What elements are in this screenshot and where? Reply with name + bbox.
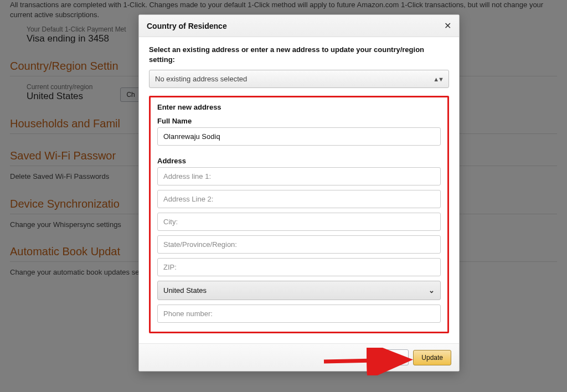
state-input[interactable] xyxy=(157,235,441,254)
zip-input[interactable] xyxy=(157,258,441,276)
country-select-value: United States xyxy=(163,286,207,295)
address-label: Address xyxy=(157,157,441,165)
country-select[interactable]: United States ⌄ xyxy=(157,281,441,300)
existing-address-select-label: No existing address selected xyxy=(155,75,247,83)
modal-instruction: Select an existing address or enter a ne… xyxy=(149,45,449,64)
city-input[interactable] xyxy=(157,213,441,231)
chevron-down-icon: ⌄ xyxy=(429,286,435,295)
modal-title: Country of Residence xyxy=(147,22,227,30)
cancel-button[interactable] xyxy=(378,349,409,365)
form-heading: Enter new address xyxy=(157,103,441,111)
phone-input[interactable] xyxy=(157,305,441,323)
updown-icon: ▲▼ xyxy=(433,76,443,82)
country-of-residence-modal: Country of Residence ✕ Select an existin… xyxy=(138,14,460,372)
full-name-label: Full Name xyxy=(157,117,441,125)
address-line1-input[interactable] xyxy=(157,167,441,185)
close-icon[interactable]: ✕ xyxy=(444,20,451,31)
address-line2-input[interactable] xyxy=(157,190,441,208)
update-button[interactable]: Update xyxy=(413,350,451,365)
address-form-highlight: Enter new address Full Name Address Unit… xyxy=(149,96,449,333)
full-name-input[interactable] xyxy=(157,127,441,146)
existing-address-select[interactable]: No existing address selected ▲▼ xyxy=(149,70,449,88)
